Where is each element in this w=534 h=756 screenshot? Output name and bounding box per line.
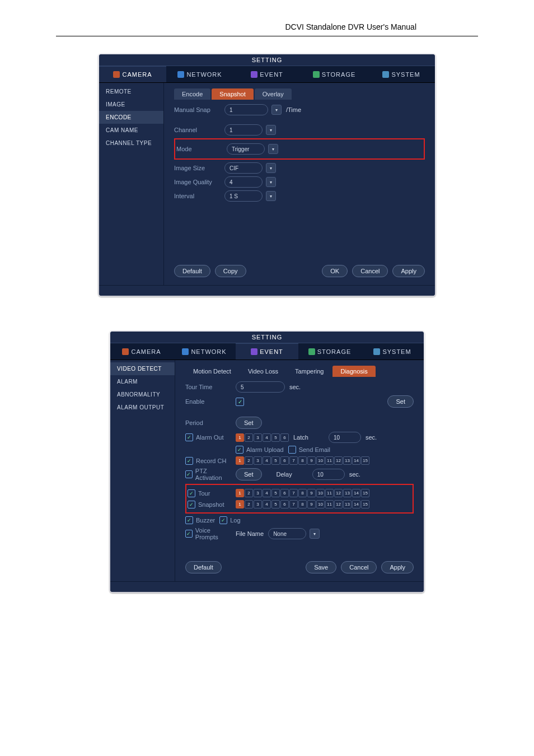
dropdown-icon[interactable]: ▾: [266, 163, 276, 173]
row-ptz: PTZ Activation Set Delay 10 sec.: [185, 468, 414, 481]
default-button[interactable]: Default: [174, 265, 210, 277]
checkbox-alarm-upload[interactable]: [236, 446, 243, 454]
event-icon: [251, 71, 257, 78]
checkbox-log[interactable]: [219, 516, 227, 524]
row-interval: Interval 1 S ▾: [174, 190, 425, 202]
checkbox-alarm-out[interactable]: [185, 433, 193, 441]
select-channel[interactable]: 1: [224, 124, 263, 136]
select-file-name[interactable]: None: [268, 528, 306, 539]
dropdown-icon[interactable]: ▾: [266, 191, 276, 201]
sidebar-item-alarm[interactable]: ALARM: [110, 375, 175, 388]
nav-network[interactable]: NETWORK: [173, 343, 236, 360]
nav-camera[interactable]: CAMERA: [110, 343, 173, 360]
content-panel: Motion Detect Video Loss Tampering Diagn…: [175, 360, 424, 581]
content-panel: Encode Snapshot Overlay Manual Snap 1 ▾ …: [164, 83, 435, 285]
select-image-size[interactable]: CIF: [224, 162, 263, 174]
input-tour-time[interactable]: 5: [236, 381, 285, 393]
nav-network[interactable]: NETWORK: [166, 66, 233, 82]
label-image-size: Image Size: [174, 165, 220, 171]
select-image-quality[interactable]: 4: [224, 176, 263, 188]
set-button-ptz[interactable]: Set: [236, 468, 262, 480]
channel-alarm-out-boxes[interactable]: 123456: [236, 433, 289, 442]
checkbox-buzzer[interactable]: [185, 516, 193, 524]
apply-button[interactable]: Apply: [392, 265, 425, 277]
row-upload-email: Alarm Upload Send Email: [185, 446, 414, 454]
nav-storage[interactable]: STORAGE: [301, 66, 368, 82]
checkbox-enable[interactable]: [236, 398, 244, 406]
tab-video-loss[interactable]: Video Loss: [240, 366, 286, 377]
cancel-button[interactable]: Cancel: [341, 561, 377, 573]
select-mode[interactable]: Trigger: [227, 143, 265, 155]
dropdown-icon[interactable]: ▾: [266, 125, 276, 135]
main-navbar: CAMERA NETWORK EVENT STORAGE SYSTEM: [99, 66, 435, 83]
channel-record-boxes[interactable]: 123456789101112131415: [236, 456, 369, 465]
tab-tampering[interactable]: Tampering: [287, 366, 331, 377]
sidebar-item-encode[interactable]: ENCODE: [99, 111, 163, 124]
select-interval[interactable]: 1 S: [224, 190, 263, 202]
dialog-window-event: SETTING CAMERA NETWORK EVENT STORAGE SYS…: [109, 330, 425, 593]
checkbox-voice-prompts[interactable]: [185, 530, 193, 538]
label-interval: Interval: [174, 193, 220, 199]
channel-snapshot-boxes[interactable]: 123456789101112131415: [236, 500, 369, 508]
nav-camera[interactable]: CAMERA: [99, 66, 166, 82]
set-button-period[interactable]: Set: [236, 417, 262, 429]
dialog-window-camera: SETTING CAMERA NETWORK EVENT STORAGE SYS…: [98, 53, 436, 297]
label-manual-snap-unit: /Time: [286, 106, 301, 113]
label-latch-unit: sec.: [366, 434, 377, 441]
channel-tour-boxes[interactable]: 123456789101112131415: [236, 489, 369, 497]
sidebar-item-alarm-output[interactable]: ALARM OUTPUT: [110, 401, 175, 414]
tab-encode[interactable]: Encode: [174, 88, 210, 100]
storage-icon: [313, 71, 320, 78]
sidebar-item-channel-type[interactable]: CHANNEL TYPE: [99, 137, 163, 150]
checkbox-record-ch[interactable]: [185, 457, 193, 465]
checkbox-ptz[interactable]: [185, 470, 193, 478]
nav-event[interactable]: EVENT: [233, 66, 301, 82]
sidebar-item-abnormality[interactable]: ABNORMALITY: [110, 388, 175, 401]
nav-storage[interactable]: STORAGE: [298, 343, 361, 360]
nav-system[interactable]: SYSTEM: [361, 343, 424, 360]
select-manual-snap[interactable]: 1: [224, 104, 268, 115]
tab-snapshot[interactable]: Snapshot: [212, 88, 253, 100]
label-enable: Enable: [185, 398, 231, 405]
nav-system[interactable]: SYSTEM: [368, 66, 435, 82]
storage-icon: [308, 348, 315, 355]
input-delay[interactable]: 10: [312, 469, 345, 480]
row-manual-snap: Manual Snap 1 ▾ /Time: [174, 104, 425, 115]
ok-button[interactable]: OK: [322, 265, 348, 277]
copy-button[interactable]: Copy: [215, 265, 246, 277]
checkbox-snapshot[interactable]: [188, 501, 195, 508]
highlight-box: Mode Trigger ▾: [174, 138, 425, 160]
checkbox-send-email[interactable]: [288, 446, 296, 454]
dropdown-icon[interactable]: ▾: [310, 529, 320, 539]
set-button-enable[interactable]: Set: [387, 395, 414, 408]
default-button[interactable]: Default: [185, 561, 222, 573]
save-button[interactable]: Save: [306, 561, 336, 573]
tab-overlay[interactable]: Overlay: [255, 88, 292, 100]
apply-button[interactable]: Apply: [381, 561, 414, 573]
checkbox-tour[interactable]: [188, 489, 195, 497]
sidebar-item-remote[interactable]: REMOTE: [99, 85, 163, 98]
dropdown-icon[interactable]: ▾: [266, 177, 276, 187]
label-tour-time: Tour Time: [185, 384, 231, 390]
sidebar-item-image[interactable]: IMAGE: [99, 98, 163, 111]
input-latch[interactable]: 10: [329, 432, 361, 443]
cancel-button[interactable]: Cancel: [352, 265, 388, 277]
nav-storage-label: STORAGE: [317, 348, 352, 355]
nav-event[interactable]: EVENT: [236, 343, 298, 360]
tab-motion-detect[interactable]: Motion Detect: [185, 366, 239, 377]
sidebar-item-cam-name[interactable]: CAM NAME: [99, 124, 163, 137]
footer-buttons: Default Save Cancel Apply: [185, 561, 414, 573]
dropdown-icon[interactable]: ▾: [271, 105, 282, 115]
row-alarm-out: Alarm Out 123456 Latch 10 sec.: [185, 432, 414, 443]
label-tour: Tour: [198, 490, 210, 497]
label-manual-snap: Manual Snap: [174, 106, 220, 113]
row-voice-prompts: Voice Prompts File Name None ▾: [185, 527, 414, 540]
highlight-box: Tour 123456789101112131415 Snapshot 1234…: [185, 484, 414, 514]
row-tour: Tour 123456789101112131415: [188, 489, 411, 497]
tab-diagnosis[interactable]: Diagnosis: [332, 366, 375, 377]
row-channel: Channel 1 ▾: [174, 124, 425, 136]
sidebar: REMOTE IMAGE ENCODE CAM NAME CHANNEL TYP…: [99, 83, 164, 285]
dropdown-icon[interactable]: ▾: [268, 144, 278, 154]
sidebar-item-video-detect[interactable]: VIDEO DETECT: [110, 362, 175, 375]
label-delay: Delay: [277, 471, 292, 478]
